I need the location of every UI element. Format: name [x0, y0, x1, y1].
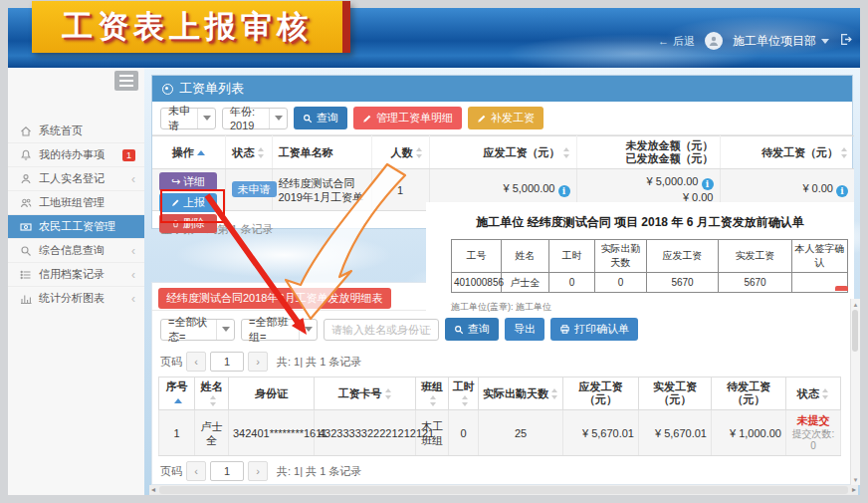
sort-icon	[416, 147, 423, 158]
col-header-pending[interactable]: 待发工资（元）	[720, 136, 854, 169]
team-cell: 木工班组	[416, 410, 449, 456]
wage-list-panel-header: 工资单列表	[152, 76, 852, 102]
scroll-down-icon[interactable]: ▾	[851, 475, 860, 484]
print-confirmation-button[interactable]: 打印确认单	[550, 318, 638, 341]
col-header-hours[interactable]: 工时	[449, 377, 479, 410]
payable-cell: ¥ 5,670.01	[563, 410, 639, 456]
col-header-unpaid-paid[interactable]: 未发放金额（元）已发放金额（元）	[576, 136, 720, 169]
col-header-payable[interactable]: 应发工资（元）	[563, 377, 639, 410]
main-content: 工资单列表 未申请 年份: 2019 查询 管理工资单明细	[144, 68, 860, 495]
col-header-no[interactable]: 序号	[159, 377, 195, 410]
col-header-count[interactable]: 人数	[371, 136, 429, 169]
horizontal-scrollbar[interactable]: ◂ ▸	[149, 485, 858, 495]
sidebar-item-label: 统计分析图表	[39, 291, 105, 306]
col-header-id[interactable]: 身份证	[229, 377, 315, 410]
detail-status-select[interactable]: =全部状态=	[160, 319, 235, 341]
detail-filterbar: =全部状态= =全部班组= 查询 导出 打印确认单	[152, 311, 852, 347]
chevron-down-icon	[299, 320, 317, 340]
count-cell: 1	[371, 169, 429, 211]
sidebar-item-label: 系统首页	[39, 124, 83, 138]
sidebar-item-info-query[interactable]: 综合信息查询 ‹	[8, 238, 144, 262]
info-icon[interactable]: i	[558, 185, 570, 197]
todo-count-badge: 1	[122, 149, 135, 161]
year-filter-select[interactable]: 年份: 2019	[222, 108, 288, 129]
sheet-col-header: 姓名	[502, 240, 549, 273]
info-icon[interactable]: i	[836, 185, 848, 197]
user-icon	[20, 173, 32, 185]
status-filter-select[interactable]: 未申请	[160, 108, 216, 129]
col-header-pending[interactable]: 待发工资（元）	[712, 377, 786, 410]
page-number-box[interactable]: 1	[210, 352, 244, 372]
prev-page-button[interactable]: ‹	[186, 352, 206, 372]
col-header-op[interactable]: 操作	[152, 136, 225, 169]
menu-toggle-icon[interactable]	[114, 71, 138, 91]
sidebar-item-team-management[interactable]: 工地班组管理	[8, 190, 144, 214]
col-header-status[interactable]: 状态	[225, 136, 272, 169]
logout-icon[interactable]	[839, 32, 852, 50]
page-number-box[interactable]: 1	[210, 461, 244, 481]
next-page-button[interactable]: ›	[248, 461, 268, 481]
name-id-search-input[interactable]	[324, 319, 439, 341]
user-menu[interactable]: 施工单位项目部	[733, 33, 829, 50]
actual-cell: ¥ 5,670.01	[639, 410, 712, 456]
scroll-right-icon[interactable]: ▸	[850, 485, 858, 495]
badge-fragment	[835, 286, 848, 291]
detail-query-button[interactable]: 查询	[445, 318, 499, 341]
avatar[interactable]	[705, 32, 723, 50]
name-cell: 卢士全	[195, 410, 229, 456]
chart-icon	[20, 293, 32, 305]
sidebar-item-wage-management[interactable]: 农民工工资管理	[8, 214, 144, 238]
sort-icon	[822, 388, 829, 399]
info-icon[interactable]: i	[702, 178, 714, 190]
col-header-name[interactable]: 工资单名称	[272, 136, 371, 169]
next-page-button[interactable]: ›	[248, 352, 268, 372]
sidebar-item-label: 我的待办事项	[39, 147, 105, 162]
list-icon	[20, 269, 32, 281]
col-header-name[interactable]: 姓名	[195, 377, 229, 410]
sort-icon	[563, 147, 570, 158]
scroll-up-icon[interactable]: ▴	[851, 300, 860, 309]
pending-cell: ¥ 1,000.00	[712, 410, 786, 456]
sidebar-item-credit-records[interactable]: 信用档案记录 ‹	[8, 262, 144, 286]
wage-detail-table: 序号 姓名 身份证 工资卡号 班组 工时 实际出勤天数 应发工资（元） 实发工资…	[158, 377, 841, 456]
col-header-payable[interactable]: 应发工资（元）	[429, 136, 576, 169]
scrollbar-thumb[interactable]	[159, 486, 848, 494]
chevron-left-icon: ‹	[131, 172, 135, 186]
col-header-status[interactable]: 状态	[786, 377, 841, 410]
col-header-actual[interactable]: 实发工资（元）	[639, 377, 712, 410]
no-cell: 1	[159, 410, 195, 456]
id-number-cell: 342401********1611	[229, 410, 315, 456]
sidebar-item-todo[interactable]: 我的待办事项 1	[8, 142, 144, 166]
days-cell: 25	[479, 410, 563, 456]
manage-wage-detail-button[interactable]: 管理工资单明细	[353, 107, 462, 129]
prev-page-button[interactable]: ‹	[186, 461, 206, 481]
back-button[interactable]: ← 后退	[658, 34, 695, 49]
scrollbar-thumb[interactable]	[852, 310, 858, 352]
scroll-left-icon[interactable]: ◂	[149, 485, 157, 495]
sheet-row: 401000856 卢士全 0 0 5670 5670	[452, 273, 848, 293]
col-header-card[interactable]: 工资卡号	[315, 377, 416, 410]
detail-team-select[interactable]: =全部班组=	[241, 319, 318, 341]
col-header-days[interactable]: 实际出勤天数	[479, 377, 563, 410]
status-link[interactable]: 未提交	[790, 413, 836, 427]
money-icon	[20, 221, 32, 233]
sidebar-menu: 系统首页 我的待办事项 1 工人实名登记 ‹ 工地班组管理 农民工工资管理	[8, 120, 144, 310]
chevron-down-icon	[269, 109, 287, 128]
wage-list-filterbar: 未申请 年份: 2019 查询 管理工资单明细 补发工资	[152, 102, 852, 135]
sidebar-item-statistics[interactable]: 统计分析图表 ‹	[8, 286, 144, 310]
page-title: 工资表上报审核	[62, 6, 313, 48]
reissue-wage-button[interactable]: 补发工资	[468, 107, 543, 129]
chevron-left-icon: ‹	[131, 244, 135, 258]
table-row: 1 卢士全 342401********1611 432333332222121…	[159, 410, 841, 456]
vertical-scrollbar[interactable]: ▴ ▾	[850, 299, 860, 485]
chevron-down-icon	[216, 320, 234, 340]
query-button[interactable]: 查询	[294, 107, 347, 129]
col-header-team[interactable]: 班组	[416, 377, 449, 410]
sidebar-item-worker-registration[interactable]: 工人实名登记 ‹	[8, 166, 144, 190]
sidebar: 系统首页 我的待办事项 1 工人实名登记 ‹ 工地班组管理 农民工工资管理	[8, 68, 144, 495]
export-button[interactable]: 导出	[505, 318, 544, 341]
sheet-col-header: 工号	[452, 240, 502, 273]
sidebar-item-home[interactable]: 系统首页	[8, 120, 144, 142]
edit-icon	[362, 114, 372, 124]
pagination-top: 页码 ‹ 1 › 共: 1| 共 1 条记录	[152, 347, 852, 377]
